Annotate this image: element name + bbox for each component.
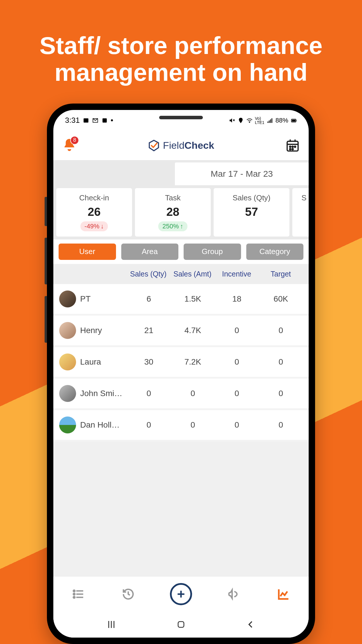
table-cell: 0 [259,389,303,398]
avatar [59,385,76,402]
stat-label: Sales (Qty) [233,193,270,202]
volte-icon: Vo)LTE1 [255,116,264,125]
stat-label: Task [165,193,180,202]
nav-analytics-button[interactable] [275,586,292,602]
phone-mockup: 3:31 • [47,104,315,644]
filter-tab-user[interactable]: User [59,244,116,260]
date-range-tab[interactable]: Mar 17 - Mar 23 [175,162,309,185]
stat-card-sales-qty[interactable]: Sales (Qty) 57 [214,188,289,237]
svg-rect-8 [270,119,271,123]
svg-rect-7 [269,120,270,123]
stat-value: 26 [88,205,101,218]
filter-tab-area[interactable]: Area [121,244,179,260]
col-sales-amt[interactable]: Sales (Amt) [171,270,215,278]
table-cell: 6 [127,294,171,304]
table-cell: 0 [215,326,259,335]
phone-side-button [45,296,47,343]
stat-value: 28 [166,205,180,218]
svg-point-5 [249,122,250,123]
user-name: Laura [80,357,127,367]
table-cell: 0 [215,420,259,430]
avatar [59,322,76,339]
table-cell: 0 [215,389,259,398]
svg-point-27 [73,596,75,598]
table-cell: 0 [127,420,171,430]
table-cell: 0 [215,357,259,367]
gmail-icon [92,117,99,124]
filter-tab-group[interactable]: Group [184,244,241,260]
col-target[interactable]: Target [259,270,303,278]
svg-rect-33 [178,622,184,627]
signal-icon [267,117,273,124]
table-row[interactable]: John Smi…0000 [53,379,309,410]
table-row[interactable]: PT61.5K1860K [53,284,309,316]
nav-list-button[interactable] [70,586,87,602]
sys-home-button[interactable] [174,617,188,631]
svg-point-26 [73,593,75,595]
nav-history-button[interactable] [120,586,136,602]
nav-add-button[interactable] [170,583,192,605]
stat-card-task[interactable]: Task 28 250% ↑ [135,188,211,237]
svg-rect-6 [268,121,268,123]
empty-area [53,442,309,576]
table-row[interactable]: Dan Holl…0000 [53,410,309,442]
logo-mark-icon [148,139,160,152]
stat-cards-row[interactable]: Check-in 26 -49% ↓ Task 28 250% ↑ Sales … [53,185,309,239]
avatar [59,354,76,370]
svg-rect-12 [296,120,296,121]
table-row[interactable]: Henry214.7K00 [53,316,309,347]
user-name: Dan Holl… [80,420,127,430]
svg-point-20 [290,148,291,150]
sys-recent-button[interactable] [104,617,118,631]
user-name: Henry [80,326,127,335]
history-icon [122,588,135,601]
stat-label: Check-in [79,193,109,202]
col-sales-qty[interactable]: Sales (Qty) [126,270,171,278]
user-name: PT [80,294,127,304]
table-cell: 7.2K [171,357,215,367]
avatar [59,290,76,307]
svg-rect-11 [292,120,296,121]
recent-apps-icon [106,619,117,630]
mute-icon [229,117,235,124]
avatar [59,416,76,433]
table-cell: 0 [259,326,303,335]
megaphone-icon [227,588,240,601]
status-battery-pct: 88% [275,117,288,124]
svg-rect-2 [102,118,107,123]
table-cell: 18 [215,294,259,304]
stat-delta-badge: 250% ↑ [158,221,187,231]
calendar-button[interactable] [285,138,300,153]
sys-back-button[interactable] [244,617,258,631]
stat-label: S [301,193,306,202]
svg-point-18 [292,146,293,147]
notification-badge: 8 [70,136,79,145]
svg-rect-0 [83,118,88,123]
svg-point-19 [294,146,296,147]
android-system-nav [53,611,309,638]
status-time: 3:31 [65,116,80,125]
table-header: Sales (Qty) Sales (Amt) Incentive Target [53,264,309,284]
back-icon [246,620,256,629]
notifications-button[interactable]: 8 [62,138,77,153]
image-icon [83,117,89,124]
calendar-icon [285,138,300,153]
col-incentive[interactable]: Incentive [215,270,259,278]
table-cell: 0 [127,389,171,398]
plus-icon [175,588,187,600]
stat-card-checkin[interactable]: Check-in 26 -49% ↓ [56,188,132,237]
chart-line-icon [277,588,290,601]
stat-delta-badge: -49% ↓ [80,221,108,231]
nav-announce-button[interactable] [226,586,242,602]
list-icon [72,588,85,601]
wifi-icon [246,117,253,124]
filter-tab-category[interactable]: Category [246,244,304,260]
battery-icon [291,117,297,124]
stat-card-partial[interactable]: S [292,188,309,237]
date-tab-prev[interactable] [53,160,175,185]
table-row[interactable]: Laura307.2K00 [53,347,309,379]
arrow-up-icon: ↑ [180,223,183,230]
table-cell: 30 [127,357,171,367]
table-cell: 0 [171,389,215,398]
svg-point-25 [73,590,75,592]
